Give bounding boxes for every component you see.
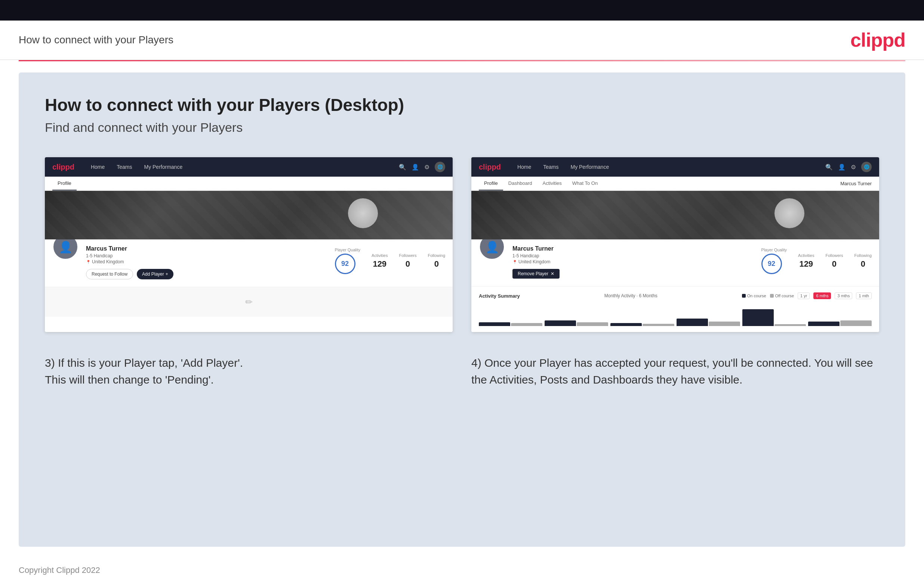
- pencil-icon: ✏: [245, 297, 253, 307]
- right-stat-activities: Activities 129: [798, 253, 814, 269]
- left-screenshot-bottom: ✏: [45, 287, 453, 317]
- right-nav-performance[interactable]: My Performance: [565, 162, 614, 172]
- left-quality-circle: 92: [335, 253, 355, 274]
- add-player-button[interactable]: Add Player +: [137, 269, 173, 279]
- right-location-text: United Kingdom: [519, 259, 550, 264]
- left-followers-label: Followers: [399, 253, 417, 258]
- left-nav-performance[interactable]: My Performance: [139, 162, 187, 172]
- bar-6-oncourse: [808, 322, 840, 326]
- mock-app-right: clippd Home Teams My Performance 🔍 👤 ⚙ 🌐: [471, 157, 879, 332]
- bar-2-offcourse: [577, 322, 608, 326]
- right-golf-hero: [471, 191, 879, 239]
- right-following-label: Following: [855, 253, 872, 258]
- offcourse-dot: [770, 294, 774, 298]
- left-stat-quality: Player Quality 92: [335, 248, 360, 274]
- bar-4-oncourse: [677, 319, 708, 326]
- left-golf-hero: [45, 191, 453, 239]
- bar-group-3: [611, 323, 674, 326]
- left-nav-home[interactable]: Home: [86, 162, 110, 172]
- right-tab-dashboard[interactable]: Dashboard: [503, 177, 538, 190]
- bar-6-offcourse: [840, 321, 872, 326]
- page-header: How to connect with your Players clippd: [0, 21, 924, 60]
- remove-player-button[interactable]: Remove Player ✕: [512, 269, 560, 279]
- left-user-icon[interactable]: 👤: [412, 164, 419, 171]
- right-avatar[interactable]: 🌐: [861, 162, 872, 172]
- period-6mths-button[interactable]: 6 mths: [813, 292, 831, 299]
- oncourse-dot: [742, 294, 746, 298]
- period-3mths-button[interactable]: 3 mths: [835, 292, 852, 299]
- right-nav-icons: 🔍 👤 ⚙ 🌐: [825, 162, 872, 172]
- main-content: How to connect with your Players (Deskto…: [19, 73, 905, 547]
- legend-oncourse: On course: [742, 293, 766, 298]
- right-quality-label: Player Quality: [761, 248, 787, 252]
- left-location-text: United Kingdom: [92, 259, 124, 264]
- right-settings-icon[interactable]: ⚙: [851, 164, 856, 171]
- right-nav-teams[interactable]: Teams: [538, 162, 564, 172]
- left-location-icon: 📍: [86, 260, 90, 264]
- screenshot-panel-left: clippd Home Teams My Performance 🔍 👤 ⚙ 🌐: [45, 157, 453, 332]
- offcourse-label: Off course: [775, 293, 794, 298]
- right-search-icon[interactable]: 🔍: [825, 164, 833, 171]
- descriptions-grid: 3) If this is your Player tap, 'Add Play…: [45, 355, 879, 388]
- screenshot-panel-right: clippd Home Teams My Performance 🔍 👤 ⚙ 🌐: [471, 157, 879, 332]
- right-tab-activities[interactable]: Activities: [537, 177, 567, 190]
- right-avatar-person-icon: 👤: [485, 240, 499, 253]
- right-player-name: Marcus Turner: [512, 245, 754, 252]
- right-location-icon: 📍: [512, 260, 517, 264]
- dark-top-strip: [0, 0, 924, 21]
- right-stat-following: Following 0: [855, 253, 872, 269]
- right-tabs: Profile Dashboard Activities What To On …: [471, 177, 879, 191]
- add-player-plus-icon: +: [166, 271, 168, 277]
- bar-5-offcourse: [774, 324, 806, 326]
- header-title: How to connect with your Players: [19, 34, 173, 46]
- left-player-profile: 👤 Marcus Turner 1-5 Handicap 📍 United Ki…: [45, 239, 453, 287]
- period-1yr-button[interactable]: 1 yr: [798, 292, 809, 299]
- bar-3-oncourse: [611, 323, 642, 326]
- header-divider: [19, 60, 905, 61]
- remove-player-label: Remove Player: [518, 271, 548, 276]
- right-player-actions: Remove Player ✕: [512, 269, 754, 279]
- screenshots-grid: clippd Home Teams My Performance 🔍 👤 ⚙ 🌐: [45, 157, 879, 332]
- right-activities-label: Activities: [798, 253, 814, 258]
- bar-group-5: [742, 309, 806, 326]
- left-avatar-icon: 🌐: [437, 164, 443, 169]
- remove-player-x-icon: ✕: [551, 271, 554, 276]
- right-nav-home[interactable]: Home: [512, 162, 536, 172]
- description-text-left: 3) If this is your Player tap, 'Add Play…: [45, 355, 453, 388]
- left-tab-profile[interactable]: Profile: [52, 177, 77, 190]
- left-settings-icon[interactable]: ⚙: [424, 164, 430, 171]
- left-quality-label: Player Quality: [335, 248, 360, 252]
- right-player-info: Marcus Turner 1-5 Handicap 📍 United King…: [512, 243, 754, 279]
- left-stats-row: Player Quality 92 Activities 129 Followe: [335, 243, 445, 274]
- right-user-icon[interactable]: 👤: [838, 164, 845, 171]
- description-panel-right: 4) Once your Player has accepted your re…: [471, 355, 879, 388]
- legend-offcourse: Off course: [770, 293, 794, 298]
- right-player-handicap: 1-5 Handicap: [512, 253, 754, 258]
- left-followers-value: 0: [399, 259, 417, 269]
- mock-app-left: clippd Home Teams My Performance 🔍 👤 ⚙ 🌐: [45, 157, 453, 317]
- left-activities-label: Activities: [372, 253, 388, 258]
- left-avatar[interactable]: 🌐: [435, 162, 445, 172]
- request-follow-button[interactable]: Request to Follow: [86, 269, 133, 279]
- left-search-icon[interactable]: 🔍: [399, 164, 406, 171]
- period-1mth-button[interactable]: 1 mth: [856, 292, 872, 299]
- left-player-row: 👤 Marcus Turner 1-5 Handicap 📍 United Ki…: [52, 239, 445, 279]
- left-nav-teams[interactable]: Teams: [111, 162, 137, 172]
- left-app-logo: clippd: [52, 163, 74, 171]
- right-avatar-icon: 🌐: [864, 164, 869, 169]
- description-text-right: 4) Once your Player has accepted your re…: [471, 355, 879, 388]
- right-followers-value: 0: [825, 259, 843, 269]
- right-tab-profile[interactable]: Profile: [479, 177, 503, 190]
- clippd-logo: clippd: [850, 29, 905, 51]
- activity-chart: [479, 304, 872, 326]
- activity-period: Monthly Activity · 6 Months: [604, 293, 657, 298]
- left-player-actions: Request to Follow Add Player +: [86, 269, 328, 279]
- bar-group-2: [544, 321, 608, 326]
- left-activities-value: 129: [372, 259, 388, 269]
- left-stat-activities: Activities 129: [372, 253, 388, 269]
- right-tab-what-to-on[interactable]: What To On: [567, 177, 603, 190]
- right-stat-quality: Player Quality 92: [761, 248, 787, 274]
- left-player-info: Marcus Turner 1-5 Handicap 📍 United King…: [86, 243, 328, 279]
- footer-text: Copyright Clippd 2022: [19, 566, 100, 575]
- left-avatar-person-icon: 👤: [59, 240, 73, 253]
